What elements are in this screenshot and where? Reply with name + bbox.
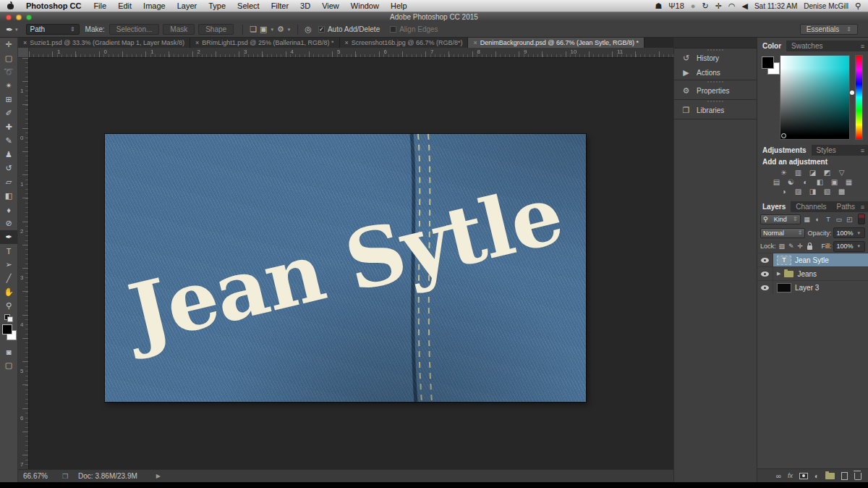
- tab-color[interactable]: Color: [757, 41, 786, 51]
- menu-edit[interactable]: Edit: [112, 1, 137, 10]
- crop-tool[interactable]: ⊞: [0, 93, 17, 106]
- layer-filter-toggle[interactable]: [858, 214, 865, 224]
- layer-content[interactable]: ▶ Jeans: [773, 267, 868, 280]
- wifi-icon[interactable]: ◠: [728, 0, 736, 12]
- panel-menu-icon[interactable]: ≡: [861, 203, 864, 211]
- make-shape-button[interactable]: Shape: [198, 24, 234, 35]
- move-tool[interactable]: ✛: [0, 38, 17, 51]
- color-lookup-icon[interactable]: ▦: [844, 177, 854, 186]
- lock-all-icon[interactable]: [807, 245, 812, 250]
- tab-swatches[interactable]: Swatches: [786, 41, 827, 51]
- workspace-select[interactable]: Essentials⇕: [800, 24, 858, 35]
- menu-filter[interactable]: Filter: [265, 1, 294, 10]
- gear-icon[interactable]: ◎: [305, 25, 312, 34]
- layer-filter-select[interactable]: ⚲ Kind ⇕: [760, 214, 801, 224]
- lasso-tool[interactable]: ➰: [0, 65, 17, 79]
- filter-type-layers-icon[interactable]: T: [824, 216, 833, 223]
- spotlight-icon[interactable]: ⚲: [855, 0, 861, 12]
- document-tab-suzie1[interactable]: ×Suzie1.psd @ 33.3% (Gradient Map 1, Lay…: [18, 38, 190, 48]
- history-panel-button[interactable]: ↺History: [674, 51, 757, 65]
- invert-icon[interactable]: ◑: [779, 187, 789, 195]
- lock-position-icon[interactable]: ✛: [798, 243, 804, 250]
- menu-view[interactable]: View: [316, 1, 345, 10]
- make-mask-button[interactable]: Mask: [163, 24, 195, 35]
- saturation-brightness-field[interactable]: [780, 55, 850, 140]
- align-edges-checkbox[interactable]: Align Edges: [390, 25, 438, 33]
- new-layer-icon[interactable]: [841, 472, 848, 480]
- hue-slider-marker[interactable]: [850, 91, 854, 95]
- libraries-panel-button[interactable]: ❐Libraries: [674, 102, 757, 119]
- tab-layers[interactable]: Layers: [757, 201, 791, 212]
- antenna-icon[interactable]: Ψ18: [668, 0, 684, 12]
- panel-menu-icon[interactable]: ≡: [861, 43, 864, 50]
- hue-slider[interactable]: [855, 55, 863, 140]
- layer-row-layer-3[interactable]: Layer 3: [757, 280, 868, 294]
- filter-smart-objects-icon[interactable]: ◰: [846, 216, 854, 223]
- properties-panel-button[interactable]: ⚙Properties: [674, 83, 757, 99]
- disclosure-triangle-icon[interactable]: ▶: [777, 271, 780, 277]
- path-selection-tool[interactable]: ➢: [0, 258, 17, 272]
- layer-content[interactable]: T Jean Sytle: [773, 253, 868, 266]
- exposure-icon[interactable]: ◩: [822, 168, 833, 177]
- foreground-color-swatch[interactable]: [2, 324, 12, 335]
- menu-file[interactable]: File: [88, 1, 112, 10]
- apple-menu-icon[interactable]: [7, 2, 14, 9]
- quick-selection-tool[interactable]: ✴: [0, 79, 17, 93]
- visibility-cell[interactable]: [757, 281, 773, 294]
- blend-mode-select[interactable]: Normal ⇕: [760, 228, 805, 238]
- document-tab-denimbackground[interactable]: ×DenimBackground.psd @ 66.7% (Jean Sytle…: [468, 38, 644, 48]
- zoom-window-button[interactable]: [26, 14, 32, 20]
- fill-field[interactable]: 100% ▾: [833, 241, 865, 252]
- foreground-color-swatch[interactable]: [762, 56, 774, 69]
- panel-menu-icon[interactable]: ≡: [861, 147, 864, 154]
- pen-tool[interactable]: ✒: [0, 230, 17, 244]
- threshold-icon[interactable]: ◨: [808, 187, 818, 195]
- user-menu[interactable]: Denise McGill: [804, 2, 848, 10]
- visibility-cell[interactable]: [757, 253, 773, 266]
- add-layer-mask-icon[interactable]: [799, 473, 808, 479]
- menu-image[interactable]: Image: [137, 1, 171, 10]
- link-layers-icon[interactable]: ∞: [776, 472, 781, 480]
- menu-type[interactable]: Type: [203, 1, 231, 10]
- menu-layer[interactable]: Layer: [171, 1, 203, 10]
- layer-row-jeans-group[interactable]: ▶ Jeans: [757, 266, 868, 280]
- line-tool[interactable]: ╱: [0, 272, 17, 285]
- color-balance-icon[interactable]: ☯: [786, 177, 796, 186]
- checkbox-checked-icon[interactable]: ✓: [318, 26, 325, 33]
- zoom-tool[interactable]: ⚲: [0, 299, 17, 313]
- tab-channels[interactable]: Channels: [791, 201, 831, 212]
- layer-style-fx-icon[interactable]: fx: [788, 472, 793, 479]
- filter-pixel-layers-icon[interactable]: ▦: [803, 216, 812, 223]
- lock-image-pixels-icon[interactable]: ✎: [788, 243, 794, 250]
- dodge-tool[interactable]: ⊘: [0, 216, 17, 230]
- clock-text[interactable]: Sat 11:32 AM: [754, 2, 797, 10]
- status-popup-arrow-icon[interactable]: ▶: [156, 473, 161, 479]
- notification-dot-icon[interactable]: ●: [691, 0, 696, 12]
- tool-mode-select[interactable]: Path⇕: [26, 24, 80, 35]
- new-adjustment-layer-icon[interactable]: ◐: [814, 472, 819, 480]
- input-menu-icon[interactable]: ✛: [715, 0, 722, 12]
- filter-adjustment-layers-icon[interactable]: ◐: [813, 216, 822, 223]
- layer-content[interactable]: Layer 3: [773, 281, 868, 294]
- menu-window[interactable]: Window: [345, 1, 385, 10]
- shield-icon[interactable]: ☗: [655, 0, 662, 12]
- gradient-tool[interactable]: ◧: [0, 189, 17, 203]
- canvas-document[interactable]: Jean Sytle: [105, 134, 586, 402]
- menu-3d[interactable]: 3D: [294, 1, 316, 10]
- tab-adjustments[interactable]: Adjustments: [757, 145, 812, 156]
- type-tool[interactable]: T: [0, 244, 17, 258]
- checkbox-unchecked-icon[interactable]: [390, 26, 396, 33]
- quick-mask-button[interactable]: ◙: [0, 345, 17, 358]
- delete-layer-icon[interactable]: [854, 473, 861, 480]
- photo-filter-icon[interactable]: ◧: [815, 177, 825, 186]
- vibrance-icon[interactable]: ▽: [837, 168, 847, 177]
- path-arrangement-icon[interactable]: ⚙: [277, 25, 284, 34]
- color-field-marker[interactable]: [781, 133, 786, 138]
- blur-tool[interactable]: ♦: [0, 203, 17, 216]
- clone-stamp-tool[interactable]: ♟: [0, 148, 17, 161]
- screen-mode-button[interactable]: ▢: [0, 358, 17, 372]
- document-tab-screenshot16b[interactable]: ×Screenshot16b.jpg @ 66.7% (RGB/8*): [340, 38, 469, 48]
- text-layer-thumbnail[interactable]: T: [777, 256, 791, 265]
- gradient-map-icon[interactable]: ▩: [837, 187, 847, 195]
- menu-select[interactable]: Select: [231, 1, 265, 10]
